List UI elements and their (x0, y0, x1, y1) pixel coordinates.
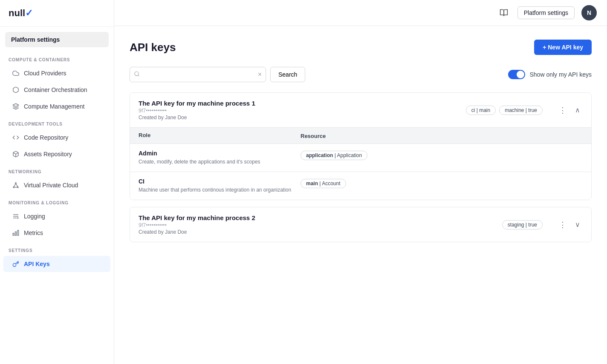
log-icon (12, 212, 20, 220)
sidebar-item-label: Virtual Private Cloud (24, 182, 78, 189)
show-my-keys-toggle[interactable] (508, 70, 525, 79)
resource-bold: main (306, 181, 318, 186)
kebab-menu-button-1[interactable]: ⋮ (556, 104, 569, 117)
sidebar-item-metrics[interactable]: Metrics (3, 225, 110, 241)
sidebar-item-label: Code Repository (24, 134, 68, 141)
role-col: Admin Create, modify, delete the applica… (139, 150, 301, 166)
chevron-down-button-2[interactable]: ∨ (572, 219, 583, 230)
page-title: API keys (130, 41, 176, 54)
api-key-hash-2: 9f7••••••••••• (139, 222, 495, 228)
sidebar-section-monitoring: MONITORING & LOGGING Logging Metrics (0, 194, 114, 241)
resource-bold: application (306, 152, 333, 158)
svg-rect-11 (17, 230, 19, 235)
api-key-creator-2: Created by Jane Doe (139, 229, 495, 235)
role-col: CI Machine user that performs continous … (139, 178, 301, 194)
api-key-tags-1: ci | main machine | true (466, 106, 543, 115)
sidebar-item-assets-repository[interactable]: Assets Repository (3, 146, 110, 162)
content-area: API keys + New API key × Search Show onl… (114, 26, 607, 364)
main-content: Platform settings N API keys + New API k… (114, 0, 607, 364)
api-key-info-1: The API key for my machine process 1 9f7… (139, 100, 459, 120)
sidebar-item-api-keys[interactable]: API Keys (3, 256, 110, 272)
code-icon (12, 134, 20, 141)
resource-label: Account (322, 181, 340, 186)
section-label-networking: NETWORKING (0, 163, 114, 177)
package-icon (12, 150, 20, 158)
section-label-dev: DEVELOPMENT TOOLS (0, 115, 114, 129)
topbar-platform-settings-btn[interactable]: Platform settings (517, 6, 575, 19)
bar-chart-icon (12, 229, 20, 237)
section-label-settings: SETTINGS (0, 241, 114, 255)
table-row: Admin Create, modify, delete the applica… (130, 144, 591, 172)
section-label-compute: COMPUTE & CONTAINERS (0, 51, 114, 65)
api-key-tags-2: staging | true (502, 220, 543, 229)
sidebar-item-vpc[interactable]: Virtual Private Cloud (3, 177, 110, 193)
api-key-header-1: The API key for my machine process 1 9f7… (130, 93, 591, 127)
svg-rect-12 (15, 232, 17, 235)
svg-point-14 (13, 264, 16, 267)
network-icon (12, 181, 20, 189)
search-clear-icon[interactable]: × (258, 71, 262, 78)
sidebar-item-label: Compute Management (24, 103, 84, 110)
docs-icon[interactable] (497, 6, 511, 20)
sidebar-item-container-orchestration[interactable]: Container Orchestration (3, 82, 110, 98)
sidebar-item-label: Metrics (24, 229, 43, 236)
tag: staging | true (502, 220, 543, 229)
avatar[interactable]: N (581, 5, 597, 20)
svg-marker-0 (13, 103, 18, 106)
sidebar-section-compute: COMPUTE & CONTAINERS Cloud Providers Con… (0, 51, 114, 115)
api-key-name-1: The API key for my machine process 1 (139, 100, 459, 107)
toggle-label: Show only my API keys (529, 71, 592, 78)
search-button[interactable]: Search (270, 67, 305, 82)
topbar: Platform settings N (114, 0, 607, 26)
search-input[interactable] (130, 67, 266, 82)
svg-point-2 (15, 183, 17, 184)
svg-line-16 (138, 75, 139, 76)
table-header: Role Resource (130, 128, 591, 144)
resource-tag: main | Account (301, 179, 346, 188)
page-header: API keys + New API key (130, 40, 592, 55)
api-key-hash-1: 9f7••••••••••• (139, 108, 459, 114)
key-icon (12, 260, 20, 268)
sidebar-item-cloud-providers[interactable]: Cloud Providers (3, 65, 110, 81)
toggle-row: Show only my API keys (508, 70, 592, 79)
tag: ci | main (466, 106, 496, 115)
resource-col: application | Application (301, 150, 583, 160)
app-logo: null✓ (0, 0, 114, 27)
sidebar-platform-settings[interactable]: Platform settings (5, 32, 109, 47)
sidebar: null✓ Platform settings COMPUTE & CONTAI… (0, 0, 114, 364)
layers-icon (12, 103, 20, 110)
search-icon (134, 71, 140, 78)
api-key-creator-1: Created by Jane Doe (139, 115, 459, 120)
sidebar-section-networking: NETWORKING Virtual Private Cloud (0, 163, 114, 194)
tag: machine | true (499, 106, 543, 115)
sidebar-section-settings: SETTINGS API Keys (0, 241, 114, 272)
kebab-menu-button-2[interactable]: ⋮ (556, 218, 569, 231)
chevron-up-button-1[interactable]: ∧ (572, 104, 583, 116)
resource-tag: application | Application (301, 151, 367, 160)
svg-point-15 (135, 72, 139, 75)
sidebar-item-label: Cloud Providers (24, 70, 66, 77)
svg-line-5 (14, 184, 16, 187)
role-name: Admin (139, 150, 301, 157)
col-header-role: Role (139, 132, 301, 139)
svg-line-6 (16, 184, 18, 187)
sidebar-item-code-repository[interactable]: Code Repository (3, 129, 110, 146)
col-header-resource: Resource (301, 132, 583, 139)
api-key-actions-2: ⋮ ∨ (556, 218, 583, 231)
role-name: CI (139, 178, 301, 185)
sidebar-item-compute-management[interactable]: Compute Management (3, 98, 110, 115)
api-key-card-1: The API key for my machine process 1 9f7… (130, 92, 592, 200)
api-key-actions-1: ⋮ ∧ (556, 104, 583, 117)
api-key-card-2: The API key for my machine process 2 9f7… (130, 207, 592, 242)
sidebar-item-label: Assets Repository (24, 151, 72, 158)
resource-col: main | Account (301, 178, 583, 188)
sidebar-item-label: API Keys (24, 261, 50, 267)
api-key-table-1: Role Resource Admin Create, modify, dele… (130, 127, 591, 200)
new-api-key-button[interactable]: + New API key (534, 40, 592, 55)
sidebar-item-logging[interactable]: Logging (3, 208, 110, 224)
api-key-name-2: The API key for my machine process 2 (139, 214, 495, 221)
sidebar-item-label: Logging (24, 213, 45, 220)
sidebar-section-dev-tools: DEVELOPMENT TOOLS Code Repository Assets… (0, 115, 114, 163)
section-label-monitoring: MONITORING & LOGGING (0, 194, 114, 208)
resource-label: Application (337, 152, 362, 158)
